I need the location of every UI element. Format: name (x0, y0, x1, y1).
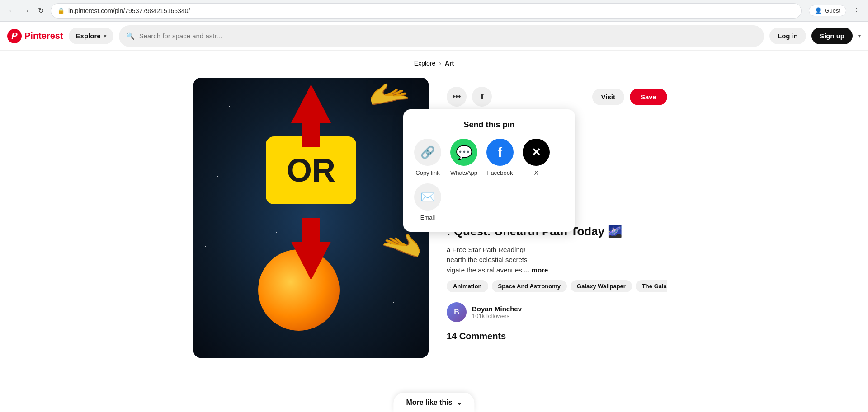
author-followers: 101k followers (472, 313, 522, 319)
share-icons-row-2: ✉️ Email (414, 183, 564, 221)
address-bar[interactable]: 🔒 in.pinterest.com/pin/79537798421516534… (51, 3, 802, 19)
explore-label: Explore (76, 32, 101, 40)
x-label: X (534, 169, 538, 176)
reload-button[interactable]: ↻ (34, 5, 47, 17)
pin-description-line3: vigate the astral avenues (447, 266, 522, 274)
browser-chrome: ← → ↻ 🔒 in.pinterest.com/pin/79537798421… (0, 0, 868, 22)
more-link[interactable]: ... more (524, 266, 548, 274)
more-like-this-label: More like this (406, 398, 452, 407)
x-icon: ✕ (532, 146, 541, 159)
pinterest-logo-text: Pinterest (24, 31, 63, 41)
pin-description: a Free Star Path Reading! nearth the cel… (447, 245, 667, 276)
pin-actions-top: ••• ⬆ Visit Save (447, 87, 667, 107)
browser-menu-button[interactable]: ⋮ (850, 5, 863, 17)
whatsapp-share-button[interactable]: 💬 WhatsApp (450, 139, 477, 176)
comments-section: 14 Comments (447, 331, 667, 342)
breadcrumb-separator: › (439, 60, 441, 67)
breadcrumb-explore[interactable]: Explore (414, 60, 435, 67)
tag-space-astronomy[interactable]: Space And Astronomy (492, 280, 567, 292)
whatsapp-icon-circle: 💬 (450, 139, 477, 166)
user-profile-button[interactable]: 👤 Guest (809, 5, 846, 16)
pinterest-logo[interactable]: P Pinterest (7, 29, 63, 43)
header-right: Log in Sign up ▾ (769, 28, 861, 44)
signup-button[interactable]: Sign up (811, 28, 853, 44)
facebook-share-button[interactable]: f Facebook (486, 139, 514, 176)
search-bar[interactable]: 🔍 Search for space and astr... (119, 25, 764, 47)
author-avatar: B (447, 302, 467, 322)
author-info: Boyan Minchev 101k followers (472, 305, 522, 319)
share-panel: Send this pin 🔗 Copy link 💬 WhatsApp (403, 109, 575, 232)
user-icon: 👤 (815, 7, 822, 14)
author-avatar-initial: B (454, 308, 459, 316)
author-row: B Boyan Minchev 101k followers (447, 302, 667, 322)
email-share-button[interactable]: ✉️ Email (414, 183, 441, 221)
main-content: Explore › Art (0, 51, 868, 376)
forward-button[interactable]: → (20, 5, 33, 17)
more-like-this-bar[interactable]: More like this ⌄ (393, 393, 474, 412)
pin-description-line2: nearth the celestial secrets (447, 256, 527, 263)
visit-button[interactable]: Visit (592, 89, 624, 105)
browser-actions: 👤 Guest ⋮ (809, 5, 863, 17)
pinterest-p-icon: P (7, 29, 22, 43)
pin-image: OR 🫴 🫴 (193, 78, 429, 358)
lock-icon: 🔒 (57, 7, 65, 14)
search-icon: 🔍 (126, 32, 135, 40)
copy-link-button[interactable]: 🔗 Copy link (414, 139, 441, 176)
copy-link-icon: 🔗 (420, 145, 435, 159)
share-icons-row-1: 🔗 Copy link 💬 WhatsApp f (414, 139, 564, 176)
header-chevron-icon: ▾ (858, 33, 861, 39)
pinterest-header: P Pinterest Explore ▾ 🔍 Search for space… (0, 22, 868, 51)
email-icon-circle: ✉️ (414, 183, 441, 211)
email-label: Email (420, 214, 435, 221)
tag-the-galaxy[interactable]: The Galaxy (636, 280, 667, 292)
tag-animation[interactable]: Animation (447, 280, 488, 292)
share-panel-title: Send this pin (414, 120, 564, 130)
share-icon: ⬆ (479, 92, 486, 102)
arrow-up-graphic (291, 84, 331, 147)
explore-button[interactable]: Explore ▾ (69, 28, 113, 44)
whatsapp-label: WhatsApp (450, 169, 477, 176)
x-icon-circle: ✕ (523, 139, 550, 166)
save-button[interactable]: Save (630, 89, 667, 105)
author-name[interactable]: Boyan Minchev (472, 305, 522, 313)
pin-container: OR 🫴 🫴 ••• (0, 51, 868, 376)
share-button[interactable]: ⬆ (472, 87, 492, 107)
tag-galaxy-wallpaper[interactable]: Galaxy Wallpaper (571, 280, 632, 292)
arrow-down-graphic (291, 218, 331, 280)
url-text: in.pinterest.com/pin/795377984215165340/ (68, 7, 190, 14)
whatsapp-icon: 💬 (456, 145, 472, 160)
explore-chevron-icon: ▾ (104, 33, 106, 39)
hand-top-icon: 🫴 (366, 78, 412, 115)
facebook-icon: f (498, 145, 502, 160)
more-options-button[interactable]: ••• (447, 87, 467, 107)
email-icon: ✉️ (420, 190, 435, 204)
breadcrumb: Explore › Art (414, 60, 454, 67)
tags-row: Animation Space And Astronomy Galaxy Wal… (447, 279, 667, 293)
back-button[interactable]: ← (5, 5, 18, 17)
copy-link-label: Copy link (415, 169, 439, 176)
pin-image-background: OR 🫴 🫴 (193, 78, 429, 358)
facebook-label: Facebook (487, 169, 513, 176)
browser-nav-buttons: ← → ↻ (5, 5, 47, 17)
breadcrumb-current: Art (445, 60, 454, 67)
login-button[interactable]: Log in (769, 28, 806, 44)
copy-link-icon-circle: 🔗 (414, 139, 441, 166)
user-label: Guest (825, 7, 840, 14)
more-options-icon: ••• (453, 92, 461, 102)
pin-description-line1: a Free Star Path Reading! (447, 246, 525, 253)
facebook-icon-circle: f (486, 139, 514, 166)
more-like-this-chevron-icon: ⌄ (456, 398, 462, 407)
pin-details: ••• ⬆ Visit Save Send this pin 🔗 Copy li… (439, 78, 675, 358)
search-placeholder-text: Search for space and astr... (139, 32, 222, 40)
x-share-button[interactable]: ✕ X (523, 139, 550, 176)
